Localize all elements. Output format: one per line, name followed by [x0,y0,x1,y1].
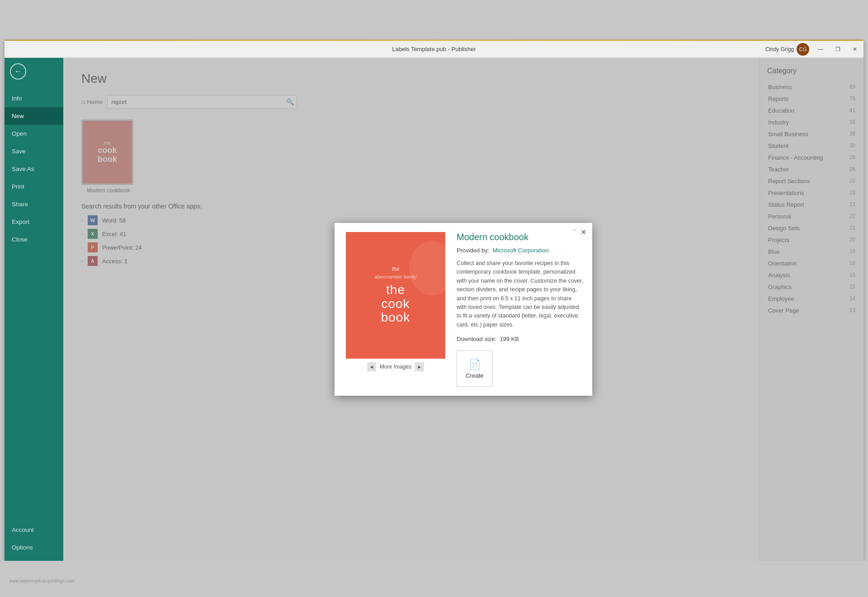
modal-book-top-text: the [392,266,400,272]
modal-provider: Provided by: Microsoft Corporation [457,247,583,254]
modal-create-button[interactable]: 📄 Create [457,351,493,387]
download-size-value: 199 KB [500,336,519,342]
sidebar-item-save[interactable]: Save [5,142,63,160]
more-images-label: More Images [380,364,411,370]
back-circle-icon: ← [10,63,26,80]
sidebar-item-share[interactable]: Share [5,195,63,213]
book-decoration [409,241,445,295]
modal-info-section: Modern cookbook Provided by: Microsoft C… [448,232,583,387]
modal-overlay: ✕ – the abercrombie family thecookbook [63,58,863,561]
sidebar-nav: Info New Open Save Save As Print [5,90,63,248]
modal-download-size: Download size: 199 KB [457,336,583,342]
minimize-button[interactable]: — [812,41,829,58]
user-name: Cindy Grigg [765,46,794,52]
modal-close-button[interactable]: ✕ [578,227,589,237]
prev-image-button[interactable]: ◄ [367,362,376,371]
content-area: New ⌂ Home 🔍 the cookboo [63,58,863,561]
title-bar: Labels Template.pub - Publisher Cindy Gr… [5,41,863,58]
sidebar-bottom: Account Options [5,521,63,561]
modal-body: the abercrombie family thecookbook ◄ Mor… [335,223,592,396]
sidebar-item-print[interactable]: Print [5,178,63,195]
modal-book-main-text: thecookbook [381,283,410,325]
modal-provider-link[interactable]: Microsoft Corporation [493,247,549,254]
modal-description: Collect and share your favorite recipes … [457,259,583,329]
close-button[interactable]: ✕ [846,41,863,58]
template-detail-modal: ✕ – the abercrombie family thecookbook [335,223,592,396]
sidebar: ← Info New Open Save Save As [5,58,63,561]
title-bar-controls: ? — ❐ ✕ [795,41,863,58]
help-button[interactable]: ? [795,41,812,58]
sidebar-item-close[interactable]: Close [5,231,63,248]
sidebar-item-save-as[interactable]: Save As [5,160,63,178]
sidebar-item-open[interactable]: Open [5,125,63,142]
modal-image-section: the abercrombie family thecookbook ◄ Mor… [344,232,448,387]
back-button[interactable]: ← [7,60,29,83]
sidebar-item-new[interactable]: New [5,107,63,125]
watermark: www.watermark-to-printings.com [9,578,75,583]
sidebar-item-account[interactable]: Account [5,521,63,539]
app-window: Labels Template.pub - Publisher Cindy Gr… [5,41,863,561]
bottom-bar: www.watermark-to-printings.com [0,561,868,597]
next-image-button[interactable]: ► [415,362,424,371]
sidebar-item-info[interactable]: Info [5,90,63,107]
modal-template-title: Modern cookbook [457,232,583,242]
modal-book-cover: the abercrombie family thecookbook [346,232,445,359]
main-layout: ← Info New Open Save Save As [5,58,863,561]
sidebar-item-export[interactable]: Export [5,213,63,231]
modal-nav-top[interactable]: – [573,227,576,233]
modal-image-nav: ◄ More Images ► [367,362,424,371]
create-label: Create [466,372,483,379]
restore-button[interactable]: ❐ [829,41,846,58]
window-title: Labels Template.pub - Publisher [392,46,476,52]
sidebar-item-options[interactable]: Options [5,539,63,556]
create-icon: 📄 [469,359,481,370]
